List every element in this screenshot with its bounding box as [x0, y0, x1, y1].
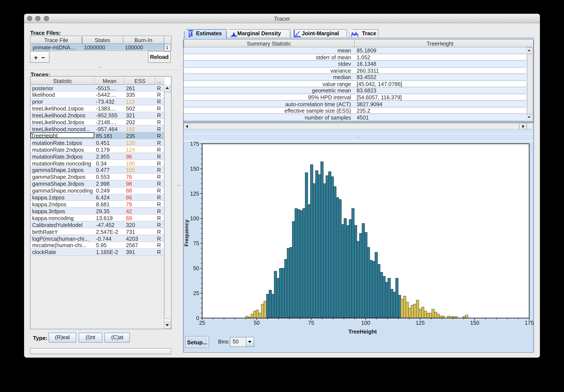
svg-text:Frequency: Frequency [183, 219, 189, 246]
svg-text:125: 125 [415, 320, 424, 326]
svg-text:TreeHeight: TreeHeight [348, 328, 377, 335]
svg-text:0: 0 [196, 315, 199, 321]
svg-text:25: 25 [193, 290, 199, 296]
svg-text:50: 50 [193, 265, 199, 271]
svg-text:150: 150 [470, 320, 479, 326]
svg-text:100: 100 [190, 215, 199, 221]
svg-text:175: 175 [190, 140, 199, 147]
svg-text:125: 125 [190, 190, 199, 196]
svg-text:150: 150 [190, 166, 199, 171]
svg-text:75: 75 [308, 320, 314, 326]
svg-text:75: 75 [193, 240, 199, 246]
svg-text:50: 50 [254, 320, 259, 326]
svg-text:25: 25 [199, 320, 205, 326]
svg-text:175: 175 [524, 320, 534, 326]
svg-text:100: 100 [361, 320, 370, 326]
